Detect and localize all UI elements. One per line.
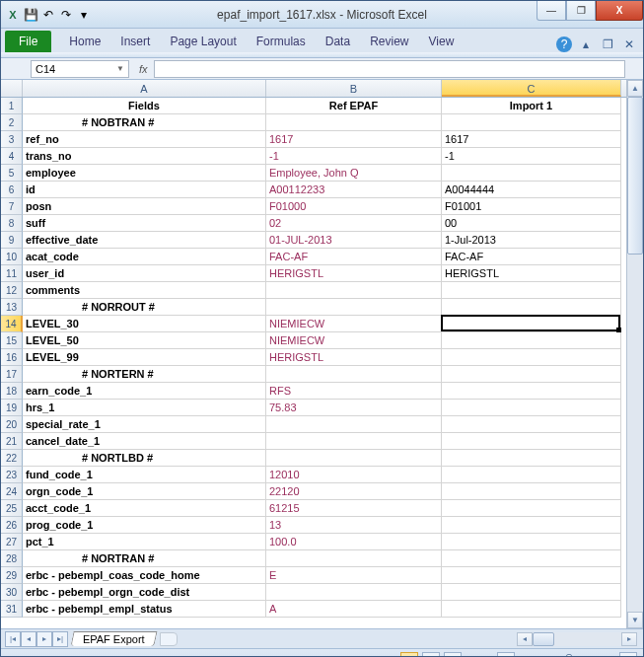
col-header-a[interactable]: A [23, 80, 266, 97]
zoom-thumb[interactable] [566, 654, 572, 658]
cell[interactable]: comments [23, 282, 266, 299]
cell[interactable]: fund_code_1 [23, 467, 266, 483]
fx-icon[interactable]: fx [139, 63, 148, 75]
cell[interactable] [442, 299, 621, 316]
row-header[interactable]: 12 [1, 282, 23, 299]
cell[interactable]: user_id [23, 265, 266, 282]
select-all-corner[interactable] [1, 80, 23, 97]
row-header[interactable]: 3 [1, 131, 23, 148]
save-icon[interactable]: 💾 [23, 7, 38, 23]
tab-formulas[interactable]: Formulas [247, 31, 316, 52]
row-header[interactable]: 20 [1, 416, 23, 433]
row-header[interactable]: 11 [1, 265, 23, 282]
cell[interactable]: LEVEL_50 [23, 332, 266, 349]
cell[interactable] [266, 366, 442, 383]
row-header[interactable]: 8 [1, 215, 23, 232]
qat-dropdown-icon[interactable]: ▾ [76, 7, 92, 23]
row-header[interactable]: 1 [1, 98, 23, 114]
view-page-layout-icon[interactable]: ▤ [422, 652, 440, 658]
cell[interactable]: # NORTLBD # [23, 450, 266, 467]
cell[interactable]: HERIGSTL [266, 265, 442, 282]
cell[interactable]: 1-Jul-2013 [442, 232, 621, 249]
cell[interactable] [442, 467, 621, 483]
cell[interactable]: ref_no [23, 131, 266, 148]
cell[interactable] [442, 534, 621, 550]
col-header-c[interactable]: C [442, 80, 621, 97]
sheet-nav-last-icon[interactable]: ▸| [52, 631, 68, 647]
cell[interactable]: A [266, 601, 442, 618]
cell[interactable]: F01000 [266, 198, 442, 215]
cell[interactable]: E [266, 567, 442, 584]
cell[interactable] [266, 550, 442, 567]
cell[interactable] [442, 433, 621, 450]
cell[interactable] [442, 349, 621, 366]
cell[interactable]: erbc - pebempl_coas_code_home [23, 567, 266, 584]
row-header[interactable]: 17 [1, 366, 23, 383]
cell[interactable] [442, 450, 621, 467]
undo-icon[interactable]: ↶ [40, 7, 56, 23]
row-header[interactable]: 7 [1, 198, 23, 215]
cell[interactable]: HERIGSTL [442, 265, 621, 282]
row-header[interactable]: 22 [1, 450, 23, 467]
cell[interactable]: trans_no [23, 148, 266, 165]
cell[interactable] [266, 299, 442, 316]
cell[interactable]: LEVEL_99 [23, 349, 266, 366]
cell[interactable]: # NOBTRAN # [23, 114, 266, 131]
cell[interactable] [442, 282, 621, 299]
minimize-button[interactable]: — [537, 1, 566, 21]
cell[interactable]: 12010 [266, 467, 442, 483]
cell[interactable]: acct_code_1 [23, 500, 266, 517]
scroll-up-icon[interactable]: ▲ [627, 80, 643, 97]
cell[interactable]: 61215 [266, 500, 442, 517]
cell[interactable]: cancel_date_1 [23, 433, 266, 450]
row-header[interactable]: 15 [1, 332, 23, 349]
cell[interactable]: employee [23, 165, 266, 182]
row-header[interactable]: 25 [1, 500, 23, 517]
hscroll-track[interactable] [533, 632, 621, 646]
cell[interactable]: special_rate_1 [23, 416, 266, 433]
tab-review[interactable]: Review [360, 31, 418, 52]
row-header[interactable]: 14 [1, 316, 23, 332]
scroll-down-icon[interactable]: ▼ [627, 612, 643, 628]
cell[interactable]: # NORTERN # [23, 366, 266, 383]
cell[interactable] [266, 416, 442, 433]
cell[interactable] [442, 483, 621, 500]
excel-icon[interactable]: X [5, 7, 21, 23]
cell[interactable]: suff [23, 215, 266, 232]
cell[interactable]: NIEMIECW [266, 316, 442, 332]
cell[interactable] [442, 366, 621, 383]
cell[interactable]: 02 [266, 215, 442, 232]
ribbon-minimize-icon[interactable]: ▴ [578, 36, 594, 52]
tab-data[interactable]: Data [316, 31, 360, 52]
cell[interactable]: posn [23, 198, 266, 215]
row-header[interactable]: 16 [1, 349, 23, 366]
cell[interactable]: prog_code_1 [23, 517, 266, 534]
hscroll-thumb[interactable] [533, 632, 554, 646]
cell[interactable]: id [23, 182, 266, 198]
cell[interactable]: 1617 [442, 131, 621, 148]
cell[interactable] [266, 450, 442, 467]
cell[interactable]: Import 1 [442, 98, 621, 114]
cell[interactable]: -1 [442, 148, 621, 165]
cell[interactable]: effective_date [23, 232, 266, 249]
cell[interactable]: A0044444 [442, 182, 621, 198]
cell[interactable]: F01001 [442, 198, 621, 215]
cell[interactable] [442, 517, 621, 534]
cell[interactable]: FAC-AF [442, 249, 621, 265]
sheet-nav-first-icon[interactable]: |◂ [5, 631, 21, 647]
cell[interactable]: A00112233 [266, 182, 442, 198]
row-header[interactable]: 27 [1, 534, 23, 550]
cell[interactable] [266, 584, 442, 601]
cell[interactable]: LEVEL_30 [23, 316, 266, 332]
row-header[interactable]: 28 [1, 550, 23, 567]
cell[interactable]: HERIGSTL [266, 349, 442, 366]
zoom-label[interactable]: 100% [465, 654, 493, 658]
sheet-nav-prev-icon[interactable]: ◂ [21, 631, 36, 647]
cell[interactable]: # NORTRAN # [23, 550, 266, 567]
cell[interactable]: 1617 [266, 131, 442, 148]
row-header[interactable]: 23 [1, 467, 23, 483]
cell[interactable]: erbc - pebempl_orgn_code_dist [23, 584, 266, 601]
file-tab[interactable]: File [5, 31, 51, 52]
cell[interactable] [442, 550, 621, 567]
row-header[interactable]: 26 [1, 517, 23, 534]
